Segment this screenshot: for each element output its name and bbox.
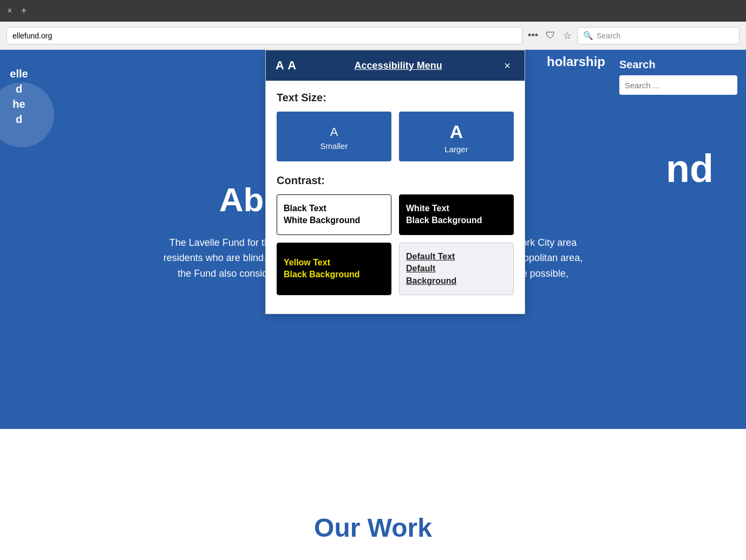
contrast-default-line2: Default	[406, 264, 435, 273]
accessibility-panel: A A Accessibility Menu × Text Size: A Sm…	[265, 50, 525, 314]
contrast-default-button[interactable]: Default Text Default Background	[399, 243, 514, 295]
smaller-letter: A	[330, 125, 338, 139]
contrast-white-black-line1: White Text	[406, 204, 449, 213]
contrast-default-line3: Background	[406, 276, 456, 285]
browser-titlebar: × +	[0, 0, 746, 22]
contrast-yellow-black-line1: Yellow Text	[284, 258, 330, 267]
larger-letter: A	[450, 121, 463, 142]
pocket-icon[interactable]: 🛡	[546, 30, 555, 41]
contrast-row-top: Black Text White Background White Text B…	[277, 194, 514, 235]
panel-header-title: Accessibility Menu	[297, 60, 500, 71]
contrast-default-line1: Default Text	[406, 252, 455, 261]
contrast-white-black-button[interactable]: White Text Black Background	[399, 194, 514, 235]
hero-nav-partial-right: holarship	[547, 54, 605, 69]
search-panel-label: Search	[619, 58, 737, 71]
contrast-yellow-black-line2: Black Background	[284, 270, 359, 279]
toolbar-icons: ••• 🛡 ☆	[528, 30, 572, 42]
left-logo-partial: elle d he d	[0, 61, 38, 132]
text-size-smaller-button[interactable]: A Smaller	[277, 112, 391, 161]
our-work-title: Our Work	[314, 513, 432, 543]
hero-title-nd: nd	[666, 147, 714, 190]
larger-label: Larger	[444, 145, 468, 154]
browser-search-box[interactable]: 🔍 Search	[577, 27, 740, 44]
website-area: elle d he d holarship About the Lavelle …	[0, 50, 746, 560]
tab-new-button[interactable]: +	[18, 5, 29, 16]
search-icon: 🔍	[583, 31, 593, 41]
address-bar[interactable]: ellefund.org	[6, 27, 522, 44]
bookmark-icon[interactable]: ☆	[563, 30, 572, 42]
browser-search-placeholder: Search	[597, 31, 620, 40]
address-text: ellefund.org	[12, 31, 52, 40]
browser-toolbar: ellefund.org ••• 🛡 ☆ 🔍 Search	[0, 22, 746, 50]
tab-close-button[interactable]: ×	[5, 6, 14, 15]
search-panel: Search	[611, 50, 746, 103]
left-logo-text: elle d he d	[5, 66, 32, 127]
panel-body: Text Size: A Smaller A Larger Contrast: …	[266, 81, 525, 314]
panel-header: A A Accessibility Menu ×	[266, 50, 525, 81]
panel-close-button[interactable]: ×	[500, 58, 515, 73]
more-icon[interactable]: •••	[528, 30, 538, 41]
smaller-label: Smaller	[320, 141, 348, 151]
our-work-section: Our Work	[0, 495, 746, 560]
contrast-black-white-line2: White Background	[284, 216, 360, 225]
contrast-label: Contrast:	[277, 174, 514, 187]
contrast-black-white-button[interactable]: Black Text White Background	[277, 194, 391, 235]
panel-header-aa: A A	[276, 58, 297, 73]
contrast-row-bottom: Yellow Text Black Background Default Tex…	[277, 243, 514, 295]
text-size-row: A Smaller A Larger	[277, 112, 514, 161]
search-panel-input[interactable]	[619, 75, 737, 95]
contrast-yellow-black-button[interactable]: Yellow Text Black Background	[277, 243, 391, 295]
text-size-larger-button[interactable]: A Larger	[399, 112, 514, 161]
text-size-label: Text Size:	[277, 92, 514, 104]
nav-right-text: holarship	[547, 54, 605, 69]
contrast-black-white-line1: Black Text	[284, 204, 326, 213]
contrast-white-black-line2: Black Background	[406, 216, 482, 225]
